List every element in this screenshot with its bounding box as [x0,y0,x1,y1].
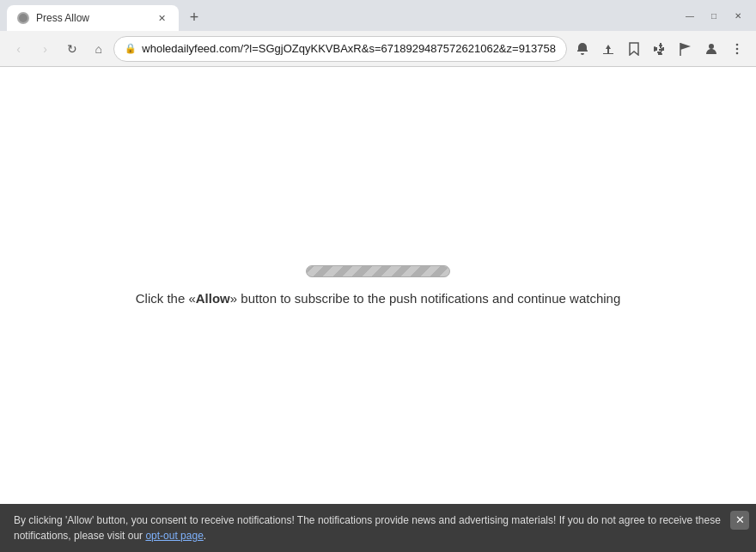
extension-puzzle-icon[interactable] [648,37,672,61]
tab-close-button[interactable]: ✕ [155,11,168,25]
opt-out-link[interactable]: opt-out page [145,530,203,542]
page-message: Click the «Allow» button to subscribe to… [136,291,621,306]
close-button[interactable]: ✕ [727,4,749,27]
flag-icon[interactable] [674,37,698,61]
back-button[interactable]: ‹ [7,37,30,61]
tab-bar: Press Allow ✕ + [7,0,672,31]
address-bar[interactable]: 🔒 wholedailyfeed.com/?l=SGgjOZqyKKVBAxR&… [113,36,567,62]
profile-icon[interactable] [699,37,723,61]
banner-close-button[interactable]: ✕ [730,511,749,530]
reload-button[interactable]: ↻ [60,37,83,61]
menu-icon[interactable] [725,37,749,61]
toolbar-icons [570,37,749,61]
home-button[interactable]: ⌂ [87,37,110,61]
security-icon: 🔒 [125,43,137,54]
url-display: wholedailyfeed.com/?l=SGgjOZqyKKVBAxR&s=… [142,42,556,55]
share-icon[interactable] [596,37,620,61]
new-tab-button[interactable]: + [182,5,206,29]
svg-marker-1 [680,43,691,50]
maximize-button[interactable]: □ [703,4,725,27]
svg-point-6 [736,52,739,54]
tab-title: Press Allow [36,12,148,24]
browser-window: Press Allow ✕ + — □ ✕ ‹ › ↻ ⌂ 🔒 wholedai… [0,0,756,552]
svg-point-0 [19,14,27,22]
window-controls: — □ ✕ [679,4,749,27]
tab-favicon [17,12,29,24]
bottom-banner: By clicking 'Allow' button, you consent … [0,504,756,552]
active-tab[interactable]: Press Allow ✕ [7,5,179,31]
progress-bar-container [306,265,450,277]
progress-bar [306,265,450,277]
bookmark-icon[interactable] [622,37,646,61]
title-bar: Press Allow ✕ + — □ ✕ [0,0,756,31]
svg-point-4 [736,43,739,45]
content-area: Click the «Allow» button to subscribe to… [0,67,756,504]
page-content: Click the «Allow» button to subscribe to… [136,265,621,306]
progress-bar-stripes [307,266,449,276]
forward-button[interactable]: › [34,37,57,61]
svg-point-5 [736,47,739,50]
minimize-button[interactable]: — [679,4,701,27]
toolbar: ‹ › ↻ ⌂ 🔒 wholedailyfeed.com/?l=SGgjOZqy… [0,31,756,67]
banner-text: By clicking 'Allow' button, you consent … [14,513,742,543]
notification-bell-icon[interactable] [570,37,594,61]
svg-point-3 [709,44,714,49]
